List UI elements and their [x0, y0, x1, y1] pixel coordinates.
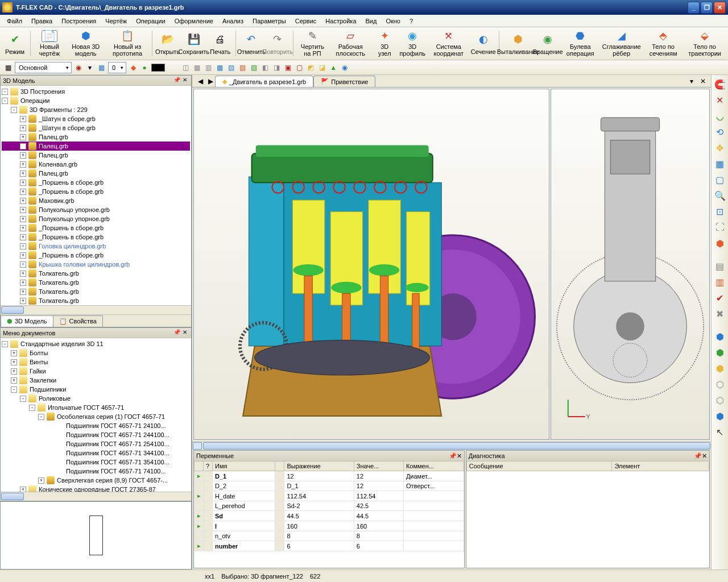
tree-item[interactable]: +Крышка головки цилиндров.grb — [2, 260, 190, 269]
tree-item[interactable]: +_Поршень в сборе.grb — [2, 232, 190, 242]
tool-icon[interactable]: ◉ — [74, 63, 83, 72]
tree-item[interactable]: +Палец.grb — [2, 132, 190, 142]
tree-item[interactable]: +Заклепки — [2, 376, 190, 385]
fit-icon[interactable]: ⛶ — [713, 221, 727, 234]
tool-icon[interactable]: ▾ — [85, 63, 94, 72]
cube6-icon[interactable]: ⬢ — [713, 409, 727, 423]
pin-icon[interactable]: 📌 — [173, 329, 181, 337]
view-tool-icon[interactable]: ▲ — [329, 63, 338, 72]
menu-?[interactable]: ? — [405, 16, 417, 26]
tab-next-icon[interactable]: ▶ — [206, 77, 215, 86]
tab-dropdown-icon[interactable]: ▾ — [687, 77, 696, 86]
view-tool-icon[interactable]: ▥ — [204, 63, 213, 72]
menu-Оформление[interactable]: Оформление — [170, 16, 218, 26]
close-panel-button[interactable]: ✕ — [457, 452, 462, 460]
body-by-trajectory-button[interactable]: ⬙Тело по траектории — [684, 28, 726, 59]
tree-item[interactable]: Подшипник ГОСТ 4657-71 74100... — [2, 467, 190, 476]
new-drawing-button[interactable]: 📄Новый чертёж — [34, 28, 66, 59]
tree-item[interactable]: +Головка цилиндров.grb — [2, 242, 190, 251]
menu-Файл[interactable]: Файл — [2, 16, 27, 26]
pin-icon[interactable]: 📌 — [173, 77, 181, 85]
tree-item[interactable]: +Конические однорядные ГОСТ 27365-87 — [2, 485, 190, 492]
coord-system-button[interactable]: ⤧Система координат — [428, 28, 470, 59]
close-panel-button[interactable]: ✕ — [181, 77, 189, 85]
pin-icon[interactable]: 📌 — [694, 452, 702, 460]
tree-item[interactable]: -Особолегкая серия (1) ГОСТ 4657-71 — [2, 412, 190, 421]
side-viewport[interactable]: Y — [551, 89, 710, 440]
print-button[interactable]: 🖨Печать — [208, 28, 233, 59]
view-tool-icon[interactable]: ▣ — [283, 63, 292, 72]
tree-item[interactable]: +Маховик.grb — [2, 196, 190, 205]
minimize-button[interactable]: _ — [688, 2, 700, 14]
tree-item[interactable]: +Толкатель.grb — [2, 278, 190, 287]
menu-Параметры[interactable]: Параметры — [248, 16, 291, 26]
cube4-icon[interactable]: ⬡ — [713, 377, 727, 391]
tree-item[interactable]: +Палец.grb — [2, 169, 190, 178]
redo-button[interactable]: ↷Повторить — [265, 28, 290, 59]
tool-icon[interactable]: ● — [140, 63, 149, 72]
tree-item[interactable]: -Игольчатые ГОСТ 4657-71 — [2, 403, 190, 412]
tree-item[interactable]: Подшипник ГОСТ 4657-71 24100... — [2, 421, 190, 430]
layer-icon[interactable]: ▤ — [713, 259, 727, 273]
select-icon[interactable]: ↖ — [713, 425, 727, 439]
tree-item[interactable]: Подшипник ГОСТ 4657-71 344100... — [2, 448, 190, 458]
viewport-scrollbar[interactable] — [192, 441, 711, 450]
document-menu-tree[interactable]: -Стандартные изделия 3D 11+Болты+Винты+Г… — [1, 338, 191, 492]
maximize-button[interactable]: ❐ — [701, 2, 713, 14]
open-button[interactable]: 📂Открыть — [155, 28, 180, 59]
tree-item[interactable]: +Толкатель.grb — [2, 296, 190, 305]
tree-item[interactable]: +Винты — [2, 357, 190, 367]
workplane-button[interactable]: ▱Рабочая плоскость — [330, 28, 371, 59]
document-tab-greeting[interactable]: 🚩Приветствие — [313, 76, 375, 87]
tab-3d-model[interactable]: ⬢3D Модель — [1, 315, 53, 327]
zoom-icon[interactable]: 🔍 — [713, 189, 727, 202]
tree-item[interactable]: +_Поршень в сборе.grb — [2, 178, 190, 187]
tree-item[interactable]: +Палец.grb — [2, 142, 190, 151]
zoomwin-icon[interactable]: ⊡ — [713, 205, 727, 218]
cube3-icon[interactable]: ⬢ — [713, 361, 727, 375]
tree-item[interactable]: +Полукольцо упорное.grb — [2, 214, 190, 223]
3d-profile-button[interactable]: ◉3D профиль — [398, 28, 427, 59]
tab-properties[interactable]: 📋Свойства — [53, 315, 103, 327]
arc-icon[interactable]: ◡ — [713, 109, 727, 123]
view-tool-icon[interactable]: ◨ — [272, 63, 281, 72]
check-icon[interactable]: ✔ — [713, 291, 727, 305]
cancel-icon[interactable]: ✖ — [713, 307, 727, 321]
linewidth-combo[interactable]: 0 — [108, 62, 126, 73]
tree-item[interactable]: +Болты — [2, 348, 190, 357]
tab-prev-icon[interactable]: ◀ — [196, 77, 205, 86]
tree-item[interactable]: +_Шатун в сборе.grb — [2, 123, 190, 132]
tree-item[interactable]: +Толкатель.grb — [2, 269, 190, 278]
new-from-prototype-button[interactable]: 📋Новый из прототипа — [106, 28, 149, 59]
cube5-icon[interactable]: ⬡ — [713, 393, 727, 407]
box-icon[interactable]: ▢ — [713, 173, 727, 186]
model-tree[interactable]: -3D Построения-Операции-3D Фрагменты : 2… — [1, 86, 191, 305]
boolean-button[interactable]: ⬣Булева операция — [561, 28, 599, 59]
view-tool-icon[interactable]: ▨ — [249, 63, 258, 72]
close-button[interactable]: ✕ — [714, 2, 726, 14]
cube2-icon[interactable]: ⬢ — [713, 346, 727, 359]
menu-Вид[interactable]: Вид — [361, 16, 382, 26]
view-tool-icon[interactable]: ▤ — [226, 63, 235, 72]
menu-Анализ[interactable]: Анализ — [218, 16, 248, 26]
grid-icon[interactable]: ▦ — [713, 157, 727, 171]
pin-icon[interactable]: 📌 — [449, 452, 457, 460]
axis-icon[interactable]: ✕ — [713, 93, 727, 107]
tree-item[interactable]: +_Поршень в сборе.grb — [2, 251, 190, 260]
menu-Чертёж[interactable]: Чертёж — [101, 16, 131, 26]
diagnostics-grid[interactable]: СообщениеЭлемент — [466, 461, 709, 568]
layer-combo[interactable]: Основной — [15, 62, 72, 73]
save-button[interactable]: 💾Сохранить — [181, 28, 207, 59]
cube1-icon[interactable]: ⬢ — [713, 330, 727, 343]
view-tool-icon[interactable]: ▢ — [295, 63, 304, 72]
revolve-button[interactable]: ◉Вращение — [535, 28, 560, 59]
color-swatch[interactable] — [151, 64, 165, 72]
tree-item[interactable]: Подшипник ГОСТ 4657-71 244100... — [2, 430, 190, 439]
3d-node-button[interactable]: ✦3D узел — [372, 28, 397, 59]
close-panel-button[interactable]: ✕ — [702, 452, 707, 460]
tree-item[interactable]: +Палец.grb — [2, 151, 190, 160]
variables-grid[interactable]: ?ИмяВыражениеЗначе...Коммен...▸D_11212Ди… — [194, 461, 464, 568]
view-tool-icon[interactable]: ◉ — [340, 63, 349, 72]
render-icon[interactable]: ⬢ — [713, 236, 727, 250]
view-tool-icon[interactable]: ◫ — [181, 63, 190, 72]
